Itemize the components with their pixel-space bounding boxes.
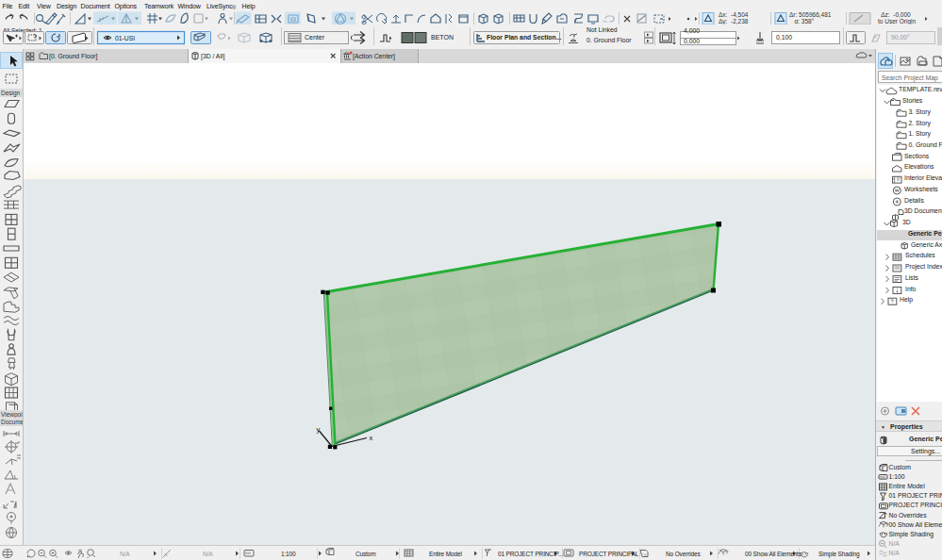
- svg-text:y: y: [317, 425, 321, 434]
- svg-text:x: x: [370, 434, 373, 442]
